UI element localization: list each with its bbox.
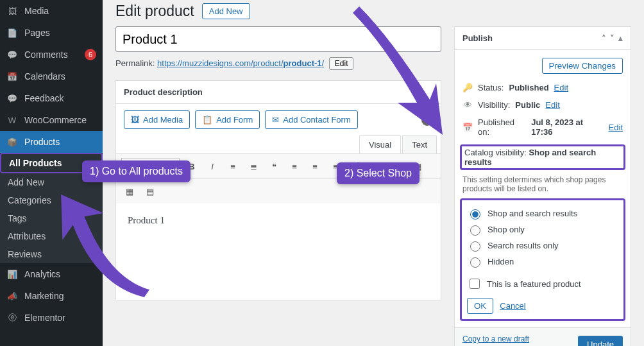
catalog-cancel-link[interactable]: Cancel [500,301,525,311]
sidebar-label: Calendars [24,71,96,82]
catalog-visibility-row: Catalog visibility: Shop and search resu… [460,144,625,170]
annotation-label-2: 2) Select Shop [337,162,419,184]
sidebar-item-feedback[interactable]: 💬 Feedback [0,87,103,109]
permalink-label: Permalink: [115,58,155,68]
featured-checkbox[interactable] [470,279,480,289]
contact-icon: ✉ [272,115,279,125]
media-icon: 🖼 [131,115,139,125]
annotation-arrow-2 [346,6,449,135]
sidebar-item-products[interactable]: 📦 Products [0,131,103,153]
sidebar-label: Media [24,6,96,16]
publish-panel: Publish ˄ ˅ ▴ Preview Changes 🔑 Status: … [454,26,631,346]
editor-tabs: Visual Text [116,135,441,154]
catalog-opt-search-only[interactable]: Search results only [467,238,618,254]
update-button[interactable]: Update [578,336,623,347]
catalog-radio[interactable] [470,257,480,268]
bullet-list-icon[interactable]: ≡ [225,158,241,175]
pages-icon: 📄 [6,27,18,39]
comments-icon: 💬 [6,49,18,60]
chevron-down-icon[interactable]: ˅ [610,33,614,43]
catalog-radio[interactable] [470,241,480,252]
catalog-opt-shop-search[interactable]: Shop and search results [467,205,618,221]
comments-badge: 6 [85,49,96,60]
key-icon: 🔑 [462,83,473,92]
add-contact-form-button[interactable]: ✉Add Contact Form [265,110,358,129]
form-icon: 📋 [202,115,212,125]
sidebar-label: Elementor [24,313,96,323]
publish-footer: Copy to a new draft Move to Trash Update [455,327,631,346]
catalog-opt-hidden[interactable]: Hidden [467,254,618,270]
status-value: Published [509,83,548,92]
eye-icon: 👁 [462,100,473,110]
elementor-icon: ⓔ [6,312,18,324]
sidebar-label: Pages [24,28,96,38]
status-label: Status: [478,83,504,92]
catalog-description: This setting determines which shop pages… [462,175,623,193]
status-row: 🔑 Status: Published Edit [462,79,623,96]
annotation-label-1: 1) Go to All products [82,160,191,182]
woocommerce-icon: W [6,114,18,126]
number-list-icon[interactable]: ≣ [245,158,262,175]
sidebar-label: WooCommerce [24,115,96,125]
align-center-icon[interactable]: ≡ [307,158,323,175]
catalog-radio[interactable] [470,209,480,220]
sidebar-item-pages[interactable]: 📄 Pages [0,22,103,44]
tab-text[interactable]: Text [402,135,437,153]
preview-changes-button[interactable]: Preview Changes [542,58,623,74]
published-row: 📅 Published on: Jul 8, 2023 at 17:36 Edi… [462,114,623,141]
add-form-button[interactable]: 📋Add Form [195,110,260,129]
sidebar-sub-label: All Products [9,158,94,168]
catalog-ok-button[interactable]: OK [467,298,493,314]
products-icon: 📦 [6,136,18,148]
catalog-opt-shop-only[interactable]: Shop only [467,221,618,238]
analytics-icon: 📊 [6,268,18,280]
marketing-icon: 📣 [6,290,18,302]
sidebar-label: Comments [24,49,78,60]
featured-checkbox-row[interactable]: This is a featured product [467,275,618,293]
italic-icon[interactable]: I [204,158,221,175]
publish-panel-title: Publish [462,33,493,43]
catalog-options-box: Shop and search results Shop only Search… [460,198,625,321]
visibility-edit-link[interactable]: Edit [545,100,559,110]
editor-content[interactable]: Product 1 [116,203,441,300]
sidebar-label: Feedback [24,93,96,103]
catalog-label: Catalog visibility: [464,148,527,157]
visibility-row: 👁 Visibility: Public Edit [462,96,623,114]
publish-panel-head: Publish ˄ ˅ ▴ [455,27,631,50]
calendar-icon: 📅 [6,71,18,82]
quote-icon[interactable]: ❝ [266,158,282,175]
copy-draft-link[interactable]: Copy to a new draft [462,334,529,343]
sidebar-item-calendars[interactable]: 📅 Calendars [0,65,103,87]
permalink-link[interactable]: https://muzzidesigns.com/product/product… [157,58,324,68]
media-icon: 🖼 [6,5,18,17]
published-value: Jul 8, 2023 at 17:36 [531,117,603,137]
page-title: Edit product [115,3,194,20]
publish-column: Publish ˄ ˅ ▴ Preview Changes 🔑 Status: … [454,26,631,346]
feedback-icon: 💬 [6,92,18,104]
sidebar-item-woocommerce[interactable]: W WooCommerce [0,109,103,131]
add-media-button[interactable]: 🖼Add Media [124,110,190,129]
catalog-radio[interactable] [470,225,480,236]
published-label: Published on: [478,117,526,137]
description-panel-title: Product description [124,87,203,97]
visibility-label: Visibility: [478,100,510,110]
tab-visual[interactable]: Visual [359,135,401,153]
panel-toggle-icon[interactable]: ▴ [618,33,623,43]
calendar-icon: 📅 [462,123,473,132]
status-edit-link[interactable]: Edit [554,83,568,92]
sidebar-label: Products [24,137,96,147]
sidebar-item-media[interactable]: 🖼 Media [0,0,103,22]
chevron-up-icon[interactable]: ˄ [602,33,606,43]
add-new-button[interactable]: Add New [202,3,250,19]
visibility-value: Public [515,100,540,110]
annotation-arrow-1 [41,174,164,318]
sidebar-item-comments[interactable]: 💬 Comments 6 [0,44,103,65]
published-edit-link[interactable]: Edit [609,123,623,132]
align-left-icon[interactable]: ≡ [286,158,303,175]
